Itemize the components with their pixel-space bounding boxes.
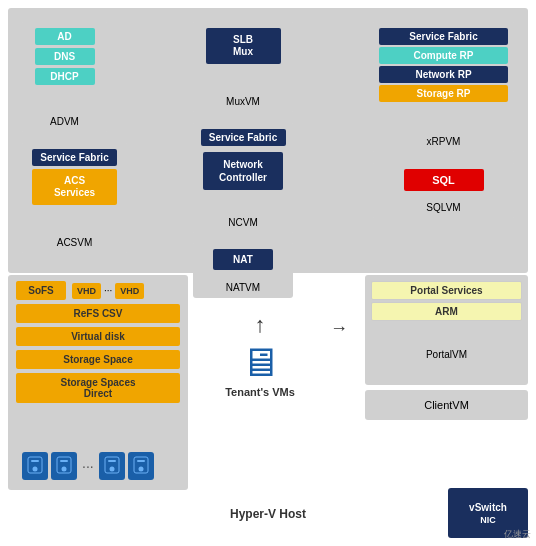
nc-button: NetworkController: [203, 152, 283, 190]
tenant-label: Tenant's VMs: [225, 386, 295, 398]
svg-point-1: [33, 467, 38, 472]
arrow-up-icon: ↑: [255, 312, 266, 338]
watermark: 亿速云: [504, 528, 531, 541]
svg-rect-8: [108, 460, 116, 462]
computer-icon: 🖥: [240, 342, 280, 382]
nat-button: NAT: [213, 249, 273, 270]
dns-button: DNS: [35, 48, 95, 65]
ncvm-sf-label: Service Fabric: [201, 129, 286, 146]
drive-icon-1: [22, 452, 48, 480]
network-rp-button: Network RP: [379, 66, 508, 83]
vswitch-label: vSwitch: [469, 502, 507, 513]
portalvm-label: PortalVM: [365, 349, 528, 360]
clientvm-box: ClientVM: [365, 390, 528, 420]
xrpvm-label: xRPVM: [373, 136, 514, 147]
drive-icon-4: [128, 452, 154, 480]
clientvm-label: ClientVM: [424, 399, 469, 411]
ncvm-box: Service Fabric NetworkController NCVM: [193, 123, 293, 233]
vhd-box-2: VHD: [115, 283, 144, 299]
sqlvm-box: SQL SQLVM: [373, 163, 514, 218]
virtual-disk-item: Virtual disk: [16, 327, 180, 346]
arrow-right-icon: →: [330, 318, 348, 339]
svg-rect-2: [31, 460, 39, 462]
svg-point-10: [138, 467, 143, 472]
storage-space-item: Storage Space: [16, 350, 180, 369]
muxvm-label: MuxVM: [193, 96, 293, 107]
advm-label: ADVM: [22, 116, 107, 127]
compute-rp-button: Compute RP: [379, 47, 508, 64]
vhd-box-1: VHD: [72, 283, 101, 299]
advm-box: AD DNS DHCP ADVM: [22, 22, 107, 132]
acsvm-sf-label: Service Fabric: [32, 149, 117, 166]
storage-rp-button: Storage RP: [379, 85, 508, 102]
arm-button: ARM: [371, 302, 522, 321]
hyperv-label: Hyper-V Host: [230, 507, 306, 521]
svg-rect-5: [60, 460, 68, 462]
storage-spaces-direct-item: Storage SpacesDirect: [16, 373, 180, 403]
svg-point-7: [109, 467, 114, 472]
fabric-area: AD DNS DHCP ADVM Service Fabric ACSServi…: [8, 8, 528, 273]
sofs-label: SoFS: [16, 281, 66, 300]
portal-services-button: Portal Services: [371, 281, 522, 300]
acsvm-label: ACSVM: [22, 237, 127, 248]
xrpvm-sf-label: Service Fabric: [379, 28, 508, 45]
vhd-dots: ···: [104, 285, 112, 296]
sofs-row: SoFS VHD ··· VHD: [8, 281, 188, 300]
acsvm-box: Service Fabric ACSServices ACSVM: [22, 143, 127, 253]
storage-area: SoFS VHD ··· VHD ReFS CSV Virtual disk S…: [8, 275, 188, 490]
sql-button: SQL: [404, 169, 484, 191]
ncvm-label: NCVM: [193, 217, 293, 228]
ad-button: AD: [35, 28, 95, 45]
portalvm-box: Portal Services ARM PortalVM: [365, 275, 528, 385]
dhcp-button: DHCP: [35, 68, 95, 85]
drive-icon-3: [99, 452, 125, 480]
vhd-area: VHD ··· VHD: [72, 283, 144, 299]
main-container: AD DNS DHCP ADVM Service Fabric ACSServi…: [0, 0, 536, 546]
drive-row: ···: [22, 452, 154, 480]
acs-button: ACSServices: [32, 169, 117, 205]
slb-button: SLBMux: [206, 28, 281, 64]
svg-point-4: [62, 467, 67, 472]
muxvm-box: SLBMux MuxVM: [193, 22, 293, 112]
drive-icon-2: [51, 452, 77, 480]
xrpvm-box: Service Fabric Compute RP Network RP Sto…: [373, 22, 514, 152]
svg-rect-11: [137, 460, 145, 462]
drive-separator: ···: [82, 458, 94, 474]
nic-label: NIC: [480, 515, 496, 525]
sqlvm-label: SQLVM: [373, 202, 514, 213]
tenant-area: ↑ 🖥 Tenant's VMs: [195, 285, 325, 425]
refs-item: ReFS CSV: [16, 304, 180, 323]
